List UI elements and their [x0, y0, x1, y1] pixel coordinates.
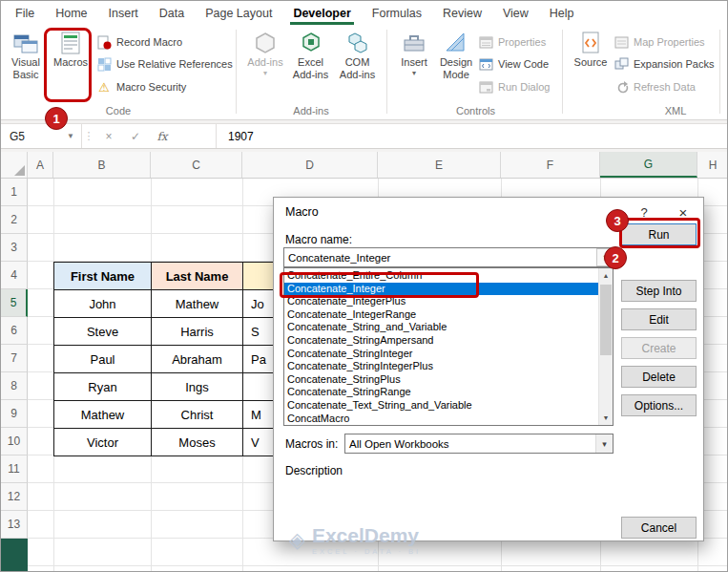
tab-insert[interactable]: Insert	[98, 1, 149, 25]
tab-formulas[interactable]: Formulas	[362, 1, 432, 25]
macro-list-item[interactable]: Concatenate_Text_String_and_Variable	[284, 399, 598, 413]
excel-addins-button[interactable]: Excel Add-ins	[288, 28, 333, 103]
cell-b10[interactable]: Victor	[54, 429, 152, 456]
macros-button[interactable]: Macros	[49, 28, 93, 103]
dropdown-arrow-icon[interactable]: ▾	[595, 434, 613, 453]
macro-list-item[interactable]: Concatenate_String_and_Variable	[284, 321, 598, 334]
tab-view[interactable]: View	[492, 1, 539, 25]
run-dialog-button: Run Dialog	[478, 78, 550, 95]
insert-control-button[interactable]: Insert ▾	[396, 28, 432, 103]
edit-button[interactable]: Edit	[621, 308, 697, 330]
macros-in-dropdown[interactable]: All Open Workbooks ▾	[344, 434, 614, 454]
cell-b8[interactable]: Ryan	[54, 373, 152, 401]
column-header-c[interactable]: C	[151, 152, 242, 178]
enter-entry-icon[interactable]: ✓	[122, 124, 149, 148]
row-header-9[interactable]: 9	[1, 400, 28, 428]
macro-list-item[interactable]: Concatenate_StringRange	[284, 386, 598, 399]
tab-developer[interactable]: Developer	[282, 1, 361, 25]
list-scrollbar[interactable]: ▲ ▼	[598, 268, 613, 425]
cell-c7[interactable]: Abraham	[152, 346, 243, 373]
macro-list-item[interactable]: Concatenate_StringAmpersand	[284, 334, 598, 348]
tab-file[interactable]: File	[5, 1, 45, 25]
relative-references-icon	[96, 56, 112, 72]
macro-list-item[interactable]: Concatenate_StringPlus	[284, 373, 598, 387]
row-header-4[interactable]: 4	[1, 262, 28, 289]
column-header-a[interactable]: A	[28, 152, 53, 178]
cell-c6[interactable]: Harris	[152, 318, 243, 346]
scroll-down-icon[interactable]: ▼	[599, 411, 613, 425]
record-macro-button[interactable]: Record Macro	[96, 33, 182, 51]
view-code-button[interactable]: View Code	[478, 55, 549, 73]
row-header-1[interactable]: 1	[1, 179, 28, 206]
macro-list-item[interactable]: Concatenate_StringIntegerPlus	[284, 360, 598, 373]
run-button[interactable]: Run	[621, 223, 697, 245]
step-into-button[interactable]: Step Into	[621, 280, 697, 302]
scrollbar-thumb[interactable]	[600, 285, 612, 355]
addins-group-label: Add-ins	[278, 105, 344, 117]
com-addins-button[interactable]: COM Add-ins	[335, 28, 380, 103]
row-header-3[interactable]: 3	[1, 234, 28, 262]
macro-list-item[interactable]: Concatenate_IntegerPlus	[284, 295, 598, 308]
macro-security-button[interactable]: ⚠ Macro Security	[96, 78, 186, 95]
formula-input[interactable]: 1907	[216, 124, 727, 148]
column-header-f[interactable]: F	[501, 152, 600, 178]
scroll-up-icon[interactable]: ▲	[599, 268, 613, 283]
macro-list-item[interactable]: Concatenate_Entire_Column	[284, 269, 598, 283]
tab-data[interactable]: Data	[149, 1, 195, 25]
cell-b6[interactable]: Steve	[54, 318, 152, 346]
row-header-7[interactable]: 7	[1, 345, 28, 372]
column-header-g[interactable]: G	[600, 152, 697, 178]
row-header-5[interactable]: 5	[1, 289, 28, 317]
column-header-e[interactable]: E	[378, 152, 501, 178]
row-header-12[interactable]: 12	[1, 483, 28, 511]
cell-b5[interactable]: John	[54, 290, 152, 318]
source-button[interactable]: Source	[572, 28, 610, 103]
use-relative-references-button[interactable]: Use Relative References	[96, 55, 233, 73]
cell-b7[interactable]: Paul	[54, 346, 152, 373]
column-header-b[interactable]: B	[53, 152, 151, 178]
column-header-d[interactable]: D	[242, 152, 378, 178]
cell-c9[interactable]: Christ	[152, 401, 243, 429]
design-mode-button[interactable]: Design Mode	[435, 28, 477, 103]
cancel-entry-icon[interactable]: ×	[95, 124, 122, 148]
row-header-11[interactable]: 11	[1, 455, 28, 483]
excel-window: File Home Insert Data Page Layout Develo…	[0, 0, 728, 572]
cell-b9[interactable]: Mathew	[54, 401, 152, 429]
cell-c5[interactable]: Mathew	[152, 290, 243, 318]
help-icon[interactable]: ?	[625, 198, 663, 226]
row-header-10[interactable]: 10	[1, 428, 28, 455]
addins-button: Add-ins ▾	[245, 28, 285, 103]
tab-help[interactable]: Help	[539, 1, 585, 25]
table-header-last-name[interactable]: Last Name	[152, 263, 243, 290]
cell-c8[interactable]: Ings	[152, 373, 243, 401]
row-header-8[interactable]: 8	[1, 372, 28, 400]
insert-function-icon[interactable]: fx	[149, 124, 176, 148]
macro-list-item-selected[interactable]: Concatenate_Integer	[284, 283, 598, 296]
delete-button[interactable]: Delete	[621, 366, 697, 388]
name-box[interactable]: G5 ▼	[1, 124, 82, 148]
row-header-13[interactable]: 13	[1, 511, 28, 539]
table-header-first-name[interactable]: First Name	[54, 263, 152, 290]
macro-name-input[interactable]	[283, 247, 614, 267]
options-button[interactable]: Options...	[621, 394, 697, 416]
tab-page-layout[interactable]: Page Layout	[195, 1, 282, 25]
tab-home[interactable]: Home	[45, 1, 97, 25]
macro-list-item[interactable]: Concatenate_StringInteger	[284, 348, 598, 361]
formula-bar-handle[interactable]: ⋮	[82, 124, 95, 148]
name-box-dropdown-icon[interactable]: ▼	[67, 132, 74, 140]
visual-basic-button[interactable]: Visual Basic	[5, 28, 47, 103]
expansion-packs-button[interactable]: Expansion Packs	[614, 55, 714, 73]
com-addins-icon	[346, 30, 369, 56]
macro-list-item[interactable]: Concatenate_IntegerRange	[284, 308, 598, 322]
formula-bar: G5 ▼ ⋮ × ✓ fx 1907	[1, 123, 727, 149]
close-icon[interactable]: ×	[663, 198, 703, 226]
select-all-corner[interactable]	[1, 152, 28, 178]
tab-review[interactable]: Review	[432, 1, 492, 25]
row-header-6[interactable]: 6	[1, 317, 28, 345]
macro-list-item[interactable]: ConcatMacro	[284, 413, 598, 426]
column-header-h[interactable]: H	[697, 152, 728, 178]
cell-c10[interactable]: Moses	[152, 429, 243, 456]
dialog-title-bar[interactable]: Macro ? ×	[274, 198, 703, 226]
cancel-button[interactable]: Cancel	[621, 517, 697, 539]
row-header-2[interactable]: 2	[1, 206, 28, 234]
